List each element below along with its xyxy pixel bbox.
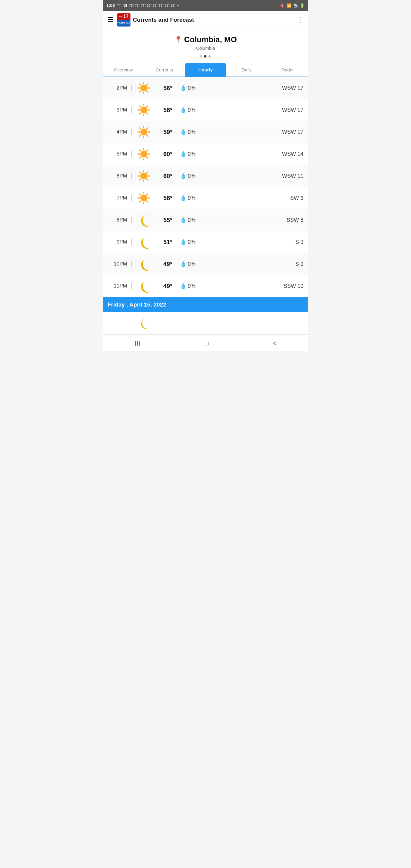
svg-line-19 (147, 128, 148, 129)
hour-time: 11PM (107, 283, 132, 289)
hour-precip: 💧 0% (180, 239, 207, 245)
hourly-row: 5PM 60° 💧 0% WSW 14 (103, 143, 308, 165)
svg-point-8 (140, 85, 147, 91)
status-signal-icon: 📡 (293, 3, 298, 8)
hour-temp: 49° (156, 261, 180, 268)
location-header: 📍 Columbia, MO Columbia + (103, 29, 308, 63)
hour-time: 7PM (107, 195, 132, 201)
hour-temp: 51° (156, 239, 180, 246)
hour-precip: 💧 0% (180, 129, 207, 135)
svg-line-14 (139, 113, 141, 114)
svg-line-1 (147, 84, 148, 85)
hour-precip: 💧 0% (180, 107, 207, 113)
svg-line-34 (139, 150, 141, 151)
precip-value: 0% (188, 173, 195, 179)
hour-temp: 60° (156, 151, 180, 158)
raindrop-icon: 💧 (180, 151, 187, 157)
status-wifi-icon: 📶 (287, 3, 291, 8)
svg-line-30 (147, 157, 148, 158)
hour-wind: SSW 8 (207, 217, 304, 223)
hour-wind: WSW 11 (207, 173, 304, 179)
page-dots: + (107, 54, 304, 59)
tab-radar[interactable]: Radar (267, 63, 308, 76)
hour-wind: S 9 (207, 239, 304, 245)
hour-wind: SSW 10 (207, 283, 304, 289)
tab-overview[interactable]: Overview (103, 63, 144, 76)
hour-time: 10PM (107, 261, 132, 267)
svg-point-17 (140, 107, 147, 113)
svg-line-39 (147, 179, 148, 180)
precip-value: 0% (188, 107, 195, 113)
svg-line-10 (147, 106, 148, 107)
svg-line-41 (139, 179, 141, 180)
tab-hourly[interactable]: Hourly (185, 63, 226, 76)
weather-icon-moon (136, 212, 152, 228)
precip-value: 0% (188, 239, 195, 245)
hour-time: 4PM (107, 129, 132, 135)
next-weather-icon (136, 315, 152, 331)
raindrop-icon: 💧 (180, 239, 187, 245)
status-time: 1:03 (106, 3, 115, 8)
svg-line-12 (147, 113, 148, 114)
tab-daily[interactable]: Daily (226, 63, 267, 76)
hourly-row: 3PM 58° 💧 0% WSW 17 (103, 99, 308, 121)
svg-line-23 (139, 135, 141, 136)
svg-line-52 (139, 194, 141, 195)
dot-1 (200, 55, 202, 58)
weather-icon-sun (136, 124, 152, 140)
hour-wind: S 9 (207, 261, 304, 267)
svg-line-46 (147, 194, 148, 195)
hour-precip: 💧 0% (180, 151, 207, 157)
weather-icon-sun (136, 168, 152, 184)
svg-line-7 (139, 84, 141, 85)
weather-icon-moon (136, 278, 152, 294)
app-title: Currents and Forecast (133, 17, 297, 23)
location-sub: Columbia (107, 45, 304, 51)
precip-value: 0% (188, 261, 195, 267)
add-location-button[interactable]: + (208, 54, 212, 59)
svg-line-48 (147, 201, 148, 202)
svg-point-53 (140, 195, 147, 201)
status-image-icon: 🖼 (123, 3, 127, 8)
hour-precip: 💧 0% (180, 217, 207, 223)
svg-point-26 (140, 129, 147, 135)
nav-back-button[interactable]: ||| (135, 340, 141, 347)
svg-point-44 (140, 173, 147, 179)
hour-time: 6PM (107, 173, 132, 179)
more-menu-button[interactable]: ⋮ (297, 16, 304, 24)
precip-value: 0% (188, 217, 195, 223)
status-battery-icon: 🔋 (300, 3, 305, 8)
app-bar: ☰ abc 17 STORMTRACK Currents and Forecas… (103, 11, 308, 29)
hour-wind: SW 6 (207, 195, 304, 201)
svg-line-50 (139, 201, 141, 202)
hour-temp: 49° (156, 283, 180, 290)
precip-value: 0% (188, 151, 195, 157)
precip-value: 0% (188, 85, 195, 91)
app-logo: abc 17 STORMTRACK (117, 13, 130, 27)
hourly-row: 2PM 56° 💧 0% WSW 17 (103, 77, 308, 99)
svg-line-21 (147, 135, 148, 136)
tab-currents[interactable]: Currents (144, 63, 185, 76)
hourly-row: 4PM 59° 💧 0% WSW 17 (103, 121, 308, 143)
raindrop-icon: 💧 (180, 85, 187, 91)
nav-recent-button[interactable]: < (273, 340, 276, 347)
hour-wind: WSW 17 (207, 107, 304, 113)
location-name: 📍 Columbia, MO (107, 35, 304, 44)
hour-time: 2PM (107, 85, 132, 91)
hour-temp: 59° (156, 129, 180, 135)
raindrop-icon: 💧 (180, 107, 187, 113)
hour-temp: 58° (156, 195, 180, 202)
hour-wind: WSW 14 (207, 151, 304, 157)
svg-line-3 (147, 91, 148, 92)
precip-value: 0% (188, 195, 195, 201)
hourly-list: 2PM 56° 💧 0% WSW 17 3PM 58° 💧 0% WSW 17 … (103, 77, 308, 297)
hour-precip: 💧 0% (180, 173, 207, 179)
weather-icon-moon (136, 234, 152, 250)
dot-2 (204, 55, 207, 58)
hour-wind: WSW 17 (207, 85, 304, 91)
hourly-row: 8PM 55° 💧 0% SSW 8 (103, 209, 308, 231)
svg-line-32 (139, 157, 141, 158)
hour-wind: WSW 17 (207, 129, 304, 135)
nav-home-button[interactable]: □ (205, 340, 209, 347)
menu-button[interactable]: ☰ (107, 16, 114, 24)
